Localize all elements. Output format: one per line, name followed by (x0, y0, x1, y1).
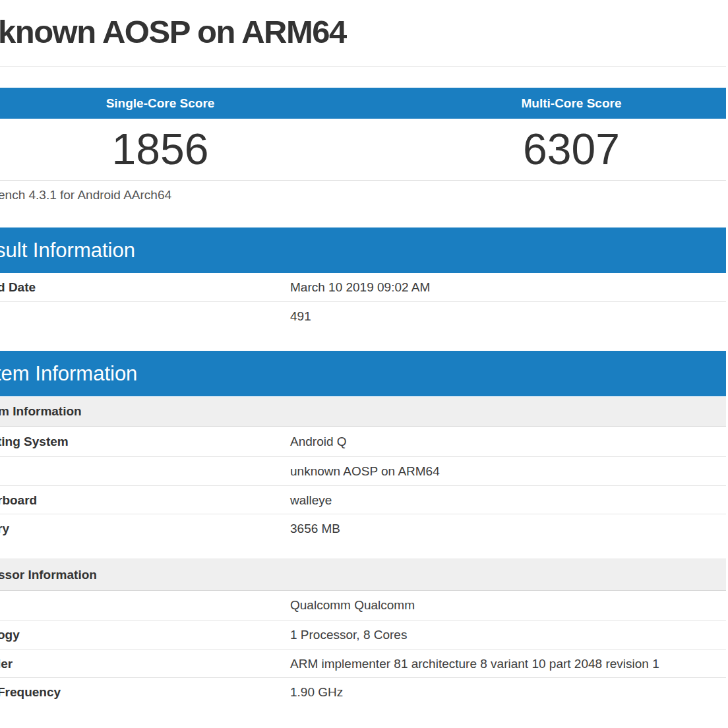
single-core-score-header: Single-Core Score (0, 88, 320, 119)
motherboard-value: walleye (290, 486, 332, 514)
table-row: 491 (0, 302, 726, 330)
system-information-section-title: tem Information (0, 351, 137, 396)
benchmark-result-page: known AOSP on ARM64 Single-Core Score Mu… (0, 0, 728, 728)
motherboard-label: rboard (0, 486, 37, 514)
multi-core-score-header: Multi-Core Score (417, 88, 726, 119)
table-row: Frequency 1.90 GHz (0, 678, 726, 707)
processor-name-value: Qualcomm Qualcomm (290, 590, 415, 621)
score-header-bar: Single-Core Score Multi-Core Score (0, 88, 726, 119)
table-row: d Date March 10 2019 09:02 AM (0, 273, 726, 302)
identifier-value: ARM implementer 81 architecture 8 varian… (290, 650, 659, 678)
identifier-label: ier (0, 650, 13, 678)
base-frequency-label: Frequency (0, 678, 61, 707)
upload-date-value: March 10 2019 09:02 AM (290, 273, 430, 302)
table-row: ting System Android Q (0, 427, 726, 457)
processor-information-subheader: ssor Information (0, 559, 726, 591)
upload-date-label: d Date (0, 273, 36, 302)
score-values-row: 1856 6307 (0, 119, 726, 180)
topology-value: 1 Processor, 8 Cores (290, 621, 407, 650)
table-row: ry 3656 MB (0, 514, 726, 543)
operating-system-value: Android Q (290, 427, 347, 457)
title-divider (0, 66, 726, 67)
memory-value: 3656 MB (290, 514, 340, 543)
table-row: rboard walleye (0, 486, 726, 514)
base-frequency-value: 1.90 GHz (290, 678, 343, 707)
operating-system-label: ting System (0, 427, 69, 457)
system-information-subheader: m Information (0, 397, 726, 427)
system-information-subheader-label: m Information (0, 397, 82, 426)
table-row: Qualcomm Qualcomm (0, 590, 726, 621)
table-row: unknown AOSP on ARM64 (0, 457, 726, 486)
processor-information-subheader-label: ssor Information (0, 559, 97, 591)
system-information-section-header: tem Information (0, 351, 726, 396)
page-title: known AOSP on ARM64 (0, 13, 346, 50)
benchmark-version-text: ench 4.3.1 for Android AArch64 (0, 188, 171, 202)
result-information-section-header: sult Information (0, 228, 726, 273)
memory-label: ry (0, 514, 9, 543)
single-core-score-value: 1856 (0, 119, 320, 180)
views-value: 491 (290, 302, 311, 330)
model-value: unknown AOSP on ARM64 (290, 457, 440, 486)
table-row: ogy 1 Processor, 8 Cores (0, 621, 726, 650)
topology-label: ogy (0, 621, 20, 650)
multi-core-score-value: 6307 (417, 119, 726, 180)
result-information-section-title: sult Information (0, 228, 135, 273)
scores-divider (0, 180, 726, 181)
table-row: ier ARM implementer 81 architecture 8 va… (0, 650, 726, 678)
